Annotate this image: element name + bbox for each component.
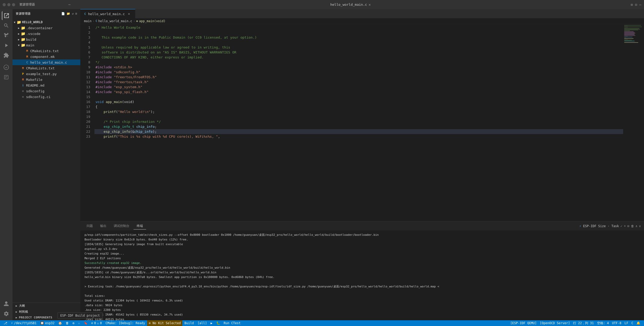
error-count: 0 <box>94 321 96 325</box>
openocd-label: [OpenOCD Server] <box>540 321 570 325</box>
code-line-12: #include "freertos/task.h" <box>94 80 623 84</box>
tree-build[interactable]: ▶ 📁 build <box>13 37 80 42</box>
tree-hello-world-label: hello_world_main.c <box>30 61 67 64</box>
esp-idf-task-label: ⚡ ESP-IDF Size · Task <box>579 224 619 228</box>
esp32-chip-icon: 🔲 <box>40 321 44 325</box>
more-actions-icon[interactable]: ⋯ <box>639 3 641 7</box>
activity-explorer[interactable] <box>2 11 11 20</box>
window-maximize-btn[interactable] <box>12 3 15 6</box>
activity-accounts[interactable] <box>2 299 11 308</box>
tree-hello-world-main[interactable]: ▶ C hello_world_main.c <box>13 59 80 65</box>
panel-up-icon[interactable]: ∧ <box>636 224 637 228</box>
tree-main[interactable]: ▼ 📁 main <box>13 42 80 48</box>
tree-devcontainer[interactable]: ▶ 📁 .devcontainer <box>13 25 80 31</box>
status-bookmark-icon[interactable]: 🔖 <box>82 320 89 326</box>
window-minimize-btn[interactable] <box>7 3 10 6</box>
star-icon: ☆ <box>78 321 80 325</box>
status-build-btn[interactable]: ⚙ <box>71 320 76 326</box>
split-icon[interactable]: ⊟ <box>635 3 637 7</box>
tree-vscode[interactable]: ▶ 📁 .vscode <box>13 31 80 37</box>
layout-icon[interactable]: ⊞ <box>631 3 633 7</box>
new-folder-icon[interactable]: 📁 <box>67 12 70 15</box>
esp-idf-task-name: ESP-IDF Size · Task <box>583 224 619 228</box>
tab-close-title[interactable]: × <box>369 3 371 7</box>
activity-search[interactable] <box>2 21 11 30</box>
panel-tab-problems[interactable]: 问题 <box>83 223 96 230</box>
bug-icon: 🐛 <box>216 321 220 325</box>
tree-root[interactable]: ▼ 📁 HELLO_WORLD <box>13 19 80 25</box>
tree-root-icon: 📁 <box>17 20 21 24</box>
status-build-all[interactable]: [all] <box>196 320 208 326</box>
activity-run-debug[interactable] <box>2 41 11 50</box>
breadcrumb-file[interactable]: hello_world_main.c <box>98 19 132 23</box>
activity-esp-idf[interactable] <box>2 63 11 72</box>
tree-cmakelists-main[interactable]: ▶ M CMakeLists.txt <box>13 48 80 54</box>
tree-build-arrow: ▶ <box>17 38 21 41</box>
status-language[interactable]: C <box>630 321 635 325</box>
tab-c-icon: C <box>84 12 86 16</box>
status-openocd-server[interactable]: [OpenOCD Server] <box>538 321 572 325</box>
status-bug-icon[interactable]: 🐛 <box>215 320 222 326</box>
status-esp32[interactable]: 🔲 esp32 <box>39 320 56 326</box>
status-line-ending[interactable]: LF <box>623 321 630 325</box>
tab-close-btn[interactable]: × <box>127 12 131 16</box>
panel-content[interactable]: p/esp-idf/components/partition_table/che… <box>80 231 644 320</box>
tree-example-test-label: example_test.py <box>26 72 57 76</box>
panel-split-icon[interactable]: ⊟ <box>627 224 629 228</box>
new-file-icon[interactable]: 📄 <box>61 12 65 15</box>
tree-cmakelists-main-label: CMakeLists.txt <box>30 49 59 53</box>
window-close-btn[interactable] <box>3 3 6 6</box>
status-cursor-pos[interactable]: 行 22，列 31 <box>571 321 595 325</box>
panel-tab-terminal[interactable]: 终端 <box>134 223 146 230</box>
refresh-icon[interactable]: ↺ <box>72 12 74 15</box>
tree-makefile[interactable]: ▶ M Makefile <box>13 77 80 82</box>
tree-sdkconfig[interactable]: ▶ ≡ sdkconfig <box>13 88 80 94</box>
activity-extensions[interactable] <box>2 51 11 60</box>
tree-component-mk[interactable]: ▶ M component.mk <box>13 54 80 59</box>
esp32-label: esp32 <box>45 321 55 325</box>
code-content[interactable]: /* Hello World Example This example code… <box>93 24 623 221</box>
panel-check-icon[interactable]: ✓ <box>621 224 622 228</box>
panel-trash-icon[interactable]: 🗑 <box>631 224 634 228</box>
tree-cmakelists-root[interactable]: ▶ M CMakeLists.txt <box>13 65 80 71</box>
status-encoding[interactable]: UTF-8 <box>610 321 623 325</box>
main-layout: 资源管理器 📄 📁 ↺ ⊞ ▼ 📁 HELLO_WORLD ▶ 📁 .devco… <box>0 9 644 320</box>
status-cmake[interactable]: CMake: [Debug]: Ready <box>104 320 147 326</box>
activity-cmake[interactable] <box>2 73 11 82</box>
tab-hello-world-main[interactable]: C hello_world_main.c × <box>80 9 135 18</box>
activity-source-control[interactable] <box>2 31 11 40</box>
activity-settings[interactable] <box>2 309 11 318</box>
status-play-icon[interactable]: ▶ <box>209 320 214 326</box>
status-esp-idf-qemu[interactable]: [ESP-IDF QEMU] <box>509 321 538 325</box>
status-errors[interactable]: ⊘ 0 ⚠ 0 <box>90 320 104 326</box>
collapse-all-icon[interactable]: ⊞ <box>75 12 77 15</box>
title-bar-left: 资源管理器 ⋯ <box>3 2 70 7</box>
panel-add-icon[interactable]: + <box>624 224 626 228</box>
breadcrumb-main[interactable]: main <box>84 19 92 23</box>
tree-sdkconfig-ci[interactable]: ▶ ≡ sdkconfig.ci <box>13 94 80 100</box>
panel-down-icon[interactable]: ∨ <box>639 224 641 228</box>
tree-readme[interactable]: ▶ ℹ README.md <box>13 82 80 88</box>
code-editor[interactable]: 12345 678910 1112131415 1617181920 21222… <box>80 24 623 221</box>
status-port[interactable]: ⚡ /dev/ttyUSB1 <box>9 320 38 326</box>
status-delete-icon[interactable]: 🗑 <box>64 320 70 326</box>
status-home-icon[interactable]: 🏠 <box>57 320 64 326</box>
tree-example-test[interactable]: ▶ P example_test.py <box>13 71 80 77</box>
notification-icon: 🔔 <box>636 321 640 325</box>
panel-tab-output[interactable]: 输出 <box>97 223 110 230</box>
status-git-icon[interactable]: ⎇ <box>2 320 9 326</box>
status-run-ctest[interactable]: Run CTest <box>222 320 242 326</box>
breadcrumb-func[interactable]: app_main(void) <box>139 19 165 23</box>
no-kit-label: ⊘ No Kit Selected <box>149 321 181 325</box>
panel-tab-debug-console[interactable]: 调试控制台 <box>111 223 133 230</box>
tree-readme-icon: ℹ <box>21 84 25 87</box>
title-bar-more[interactable]: ⋯ <box>68 3 70 7</box>
status-no-kit[interactable]: ⊘ No Kit Selected <box>147 320 182 326</box>
status-star-icon[interactable]: ☆ <box>76 320 81 326</box>
status-build[interactable]: Build <box>183 320 195 326</box>
status-notification[interactable]: 🔔 <box>635 321 642 325</box>
outline-section[interactable]: ▶ 大纲 <box>13 303 80 309</box>
status-spaces[interactable]: 空格: 4 <box>595 321 611 325</box>
terminal-line-9: [1035/1035] cd /home/guanyuan/桌面/e...orl… <box>85 270 640 275</box>
cmake-status-label: CMake: [Debug]: Ready <box>105 321 145 325</box>
